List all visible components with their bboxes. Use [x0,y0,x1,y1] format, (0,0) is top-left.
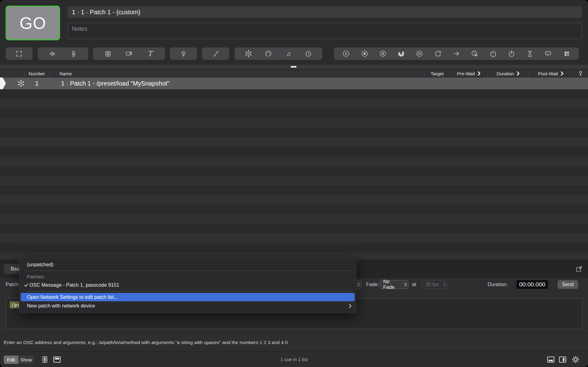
column-header-number[interactable]: Number [25,69,49,78]
network-icon [245,50,252,57]
cue-name: 1 · Patch 1 - /preset/load "MySnapshot" [61,77,169,89]
fade-mode-value: No Fade [380,279,403,290]
stepper-icon [442,282,447,287]
send-button[interactable]: Send [558,280,578,289]
disarm-cue-button[interactable] [505,47,518,60]
menu-item-label: New patch with network device [27,303,95,309]
devamp-cue-button[interactable] [432,47,444,60]
chevron-right-icon [477,71,481,76]
stepper-icon [357,282,360,287]
menu-item-open-network-settings[interactable]: Open Network Settings to edit patch list… [21,293,355,301]
memo-cue-button[interactable] [542,47,554,60]
toggle-bottom-panel-button[interactable] [546,355,555,364]
camera-cue-button[interactable] [123,47,135,60]
fps-popup[interactable]: 30 fps [422,280,447,289]
notes-field[interactable] [68,23,582,39]
toggle-inspector-vertical-button[interactable] [41,355,49,364]
text-icon: T [147,50,152,57]
load-cue-button[interactable] [395,47,407,60]
toolbar-group-7 [334,47,579,60]
pause-circle-icon [379,50,387,57]
midi-cue-button[interactable] [262,47,274,60]
go-button[interactable]: GO [6,6,60,40]
film-icon [104,50,112,57]
target-arrow-icon [471,50,478,57]
clock-icon [305,50,312,57]
column-header-target[interactable]: Target [424,69,450,78]
workspace-settings-button[interactable] [571,355,580,364]
mic-cue-button[interactable] [67,47,80,60]
playhead-arrow [0,77,6,89]
toggle-right-panel-button[interactable] [558,355,567,364]
redo-arrow-icon [434,50,442,57]
group-cue-button[interactable] [13,47,25,60]
menu-item-osc-patch[interactable]: OSC Message - Patch 1, passcode 9151 [20,281,356,290]
arrow-right-icon [453,50,460,57]
chevron-right-icon [516,71,520,76]
duration-label: Duration: [488,280,508,289]
cue-row[interactable]: 1 1 · Patch 1 - /preset/load "MySnapshot… [0,77,588,89]
fps-value: 30 fps [422,282,442,287]
toolbar-group-2 [38,47,88,60]
column-header-post-wait[interactable]: Post-Wait [529,69,573,78]
toolbar-group-6: ♫ [235,47,322,60]
script-cue-button[interactable] [560,47,573,60]
panel-top-icon [53,355,61,364]
video-cue-button[interactable] [102,47,114,60]
cue-title-field[interactable] [68,6,582,18]
patch-popup-stepper-fragment[interactable] [356,280,361,289]
hourglass-icon [526,50,533,57]
column-header-label: Pre-Wait [457,71,475,76]
qlab-window: GO T [0,0,588,367]
column-header-label: Duration [497,71,514,76]
column-header-flag[interactable] [573,69,588,78]
toggle-inspector-horizontal-button[interactable] [53,355,61,364]
reset-cue-button[interactable] [413,47,426,60]
patch-label: Patch: [6,280,20,289]
pause-cue-button[interactable] [377,47,389,60]
light-cue-button[interactable] [177,47,190,60]
text-cue-button[interactable]: T [144,47,156,60]
power-circle-icon [508,50,515,57]
menu-item-new-patch[interactable]: New patch with network device [20,301,356,310]
timecode-cue-button[interactable] [302,47,314,60]
cue-count-status: 1 cue in 1 list [0,352,588,367]
at-label: at [412,280,416,289]
toolbar-splitter[interactable] [0,65,588,69]
column-header-duration[interactable]: Duration [488,69,529,78]
target-cue-button[interactable] [468,47,481,60]
midi-file-cue-button[interactable]: ♫ [282,47,295,60]
fade-mode-popup[interactable]: No Fade [380,280,408,289]
gear-icon [571,355,580,364]
patch-popup-menu: (unpatched) Patches: OSC Message - Patch… [19,257,356,313]
chevron-right-icon [560,71,564,76]
stop-cue-button[interactable] [358,47,371,60]
duration-field[interactable]: 00:00.000 [516,280,548,289]
column-header-name[interactable]: Name [59,69,72,78]
start-cue-button[interactable] [340,47,352,60]
column-header-label: Post-Wait [538,71,558,76]
fade-cue-button[interactable] [209,47,222,60]
menu-item-label: Open Network Settings to edit patch list… [27,294,118,300]
goto-cue-button[interactable] [450,47,463,60]
popout-inspector-button[interactable] [575,265,583,273]
submenu-arrow-icon [349,303,352,308]
menu-item-unpatched[interactable]: (unpatched) [20,260,356,269]
cue-number: 1 [25,77,49,89]
panel-bottom-icon [546,355,555,364]
mic-icon [70,50,77,57]
fade-curve-icon [212,50,219,57]
toolbar-group-4 [170,47,197,60]
panel-vertical-icon [41,355,49,364]
column-header-pre-wait[interactable]: Pre-Wait [450,69,488,78]
show-mode-button[interactable]: Show [18,356,34,364]
edit-mode-button[interactable]: Edit [4,356,18,364]
arm-cue-button[interactable] [487,47,499,60]
wait-cue-button[interactable] [524,47,536,60]
panel-right-icon [558,355,567,364]
play-circle-icon [342,50,350,57]
osc-address-token: /pr [10,301,20,308]
midi-icon [265,50,272,57]
network-cue-button[interactable] [242,47,255,60]
audio-cue-button[interactable] [46,47,59,60]
